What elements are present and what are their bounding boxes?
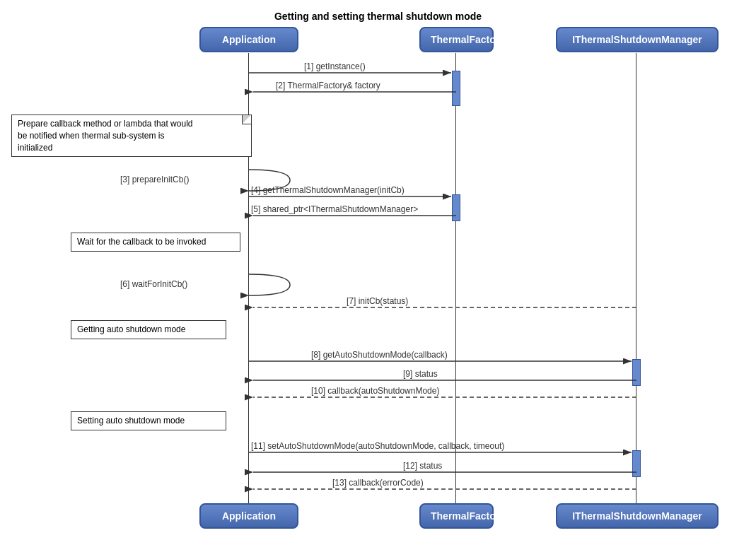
activation-tf-2 — [452, 194, 460, 221]
label-a1: [1] getInstance() — [304, 61, 366, 71]
label-a8: [8] getAutoShutdownMode(callback) — [311, 350, 448, 360]
participant-application-bottom: Application — [199, 503, 298, 529]
label-a7: [7] initCb(status) — [347, 296, 408, 306]
note-getting: Getting auto shutdown mode — [71, 320, 226, 339]
label-a2: [2] ThermalFactory& factory — [276, 81, 380, 90]
label-a12: [12] status — [403, 461, 442, 471]
label-a6: [6] waitForInitCb() — [120, 279, 187, 289]
diagram-container: Getting and setting thermal shutdown mod… — [0, 0, 756, 540]
label-a5: [5] shared_ptr<IThermalShutdownManager> — [251, 204, 418, 214]
participant-thermalfactory-top: ThermalFactory — [419, 27, 494, 52]
participant-thermalfactory-bottom: ThermalFactory — [419, 503, 494, 529]
label-a9: [9] status — [403, 369, 438, 379]
label-a13: [13] callback(errorCode) — [332, 478, 424, 488]
note-prepare: Prepare callback method or lambda that w… — [11, 115, 252, 157]
participant-application-top: Application — [199, 27, 298, 52]
lifeline-ithermalshutdownmanager — [636, 53, 636, 505]
sequence-arrows: [1] getInstance() [2] ThermalFactory& fa… — [0, 0, 756, 540]
label-a4: [4] getThermalShutdownManager(initCb) — [251, 185, 405, 195]
participant-itsm-bottom: IThermalShutdownManager — [556, 503, 719, 529]
note-wait: Wait for the callback to be invoked — [71, 233, 240, 252]
participant-itsm-top: IThermalShutdownManager — [556, 27, 719, 52]
activation-tf-1 — [452, 71, 460, 106]
diagram-title: Getting and setting thermal shutdown mod… — [0, 4, 756, 22]
lifeline-thermalfactory — [455, 53, 456, 505]
label-a11: [11] setAutoShutdownMode(autoShutdownMod… — [251, 441, 504, 451]
activation-itsm-1 — [632, 359, 641, 386]
label-a10: [10] callback(autoShutdownMode) — [311, 386, 439, 396]
note-setting: Setting auto shutdown mode — [71, 411, 226, 430]
activation-itsm-2 — [632, 450, 641, 477]
label-a3: [3] prepareInitCb() — [120, 175, 189, 184]
